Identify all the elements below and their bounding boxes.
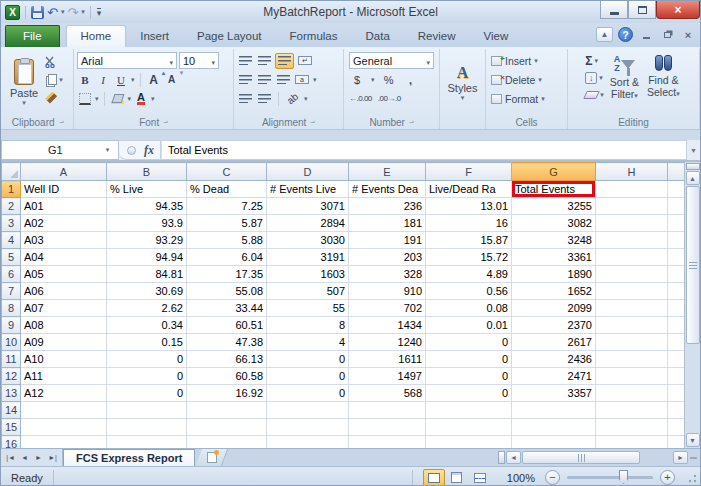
scroll-down-icon[interactable]: ▼ bbox=[686, 433, 700, 447]
cell-D12[interactable]: 0 bbox=[267, 368, 349, 385]
cell-G2[interactable]: 3255 bbox=[512, 198, 596, 215]
cell-D16[interactable] bbox=[267, 436, 349, 449]
cell-F15[interactable] bbox=[426, 419, 512, 436]
cell-A5[interactable]: A04 bbox=[21, 249, 107, 266]
cell-A9[interactable]: A08 bbox=[21, 317, 107, 334]
cell-H9[interactable] bbox=[596, 317, 668, 334]
cell-B16[interactable] bbox=[107, 436, 187, 449]
row-header-2[interactable]: 2 bbox=[2, 198, 21, 215]
excel-logo-icon[interactable]: X bbox=[5, 5, 20, 20]
undo-icon[interactable]: ↶ bbox=[47, 6, 58, 19]
column-header-D[interactable]: D bbox=[267, 163, 349, 181]
column-header-G[interactable]: G bbox=[512, 163, 596, 181]
cell-A10[interactable]: A09 bbox=[21, 334, 107, 351]
cell-G14[interactable] bbox=[512, 402, 596, 419]
cell-F2[interactable]: 13.01 bbox=[426, 198, 512, 215]
cell-G13[interactable]: 3357 bbox=[512, 385, 596, 402]
cell-D15[interactable] bbox=[267, 419, 349, 436]
cell-E1[interactable]: # Events Dea bbox=[349, 181, 426, 198]
tab-home[interactable]: Home bbox=[66, 25, 127, 47]
help-icon[interactable]: ? bbox=[618, 27, 633, 42]
cell-partial-11[interactable] bbox=[668, 351, 685, 368]
column-header-F[interactable]: F bbox=[426, 163, 512, 181]
row-header-10[interactable]: 10 bbox=[2, 334, 21, 351]
font-color-button[interactable]: A bbox=[133, 91, 149, 107]
cell-C10[interactable]: 47.38 bbox=[187, 334, 267, 351]
cell-A11[interactable]: A10 bbox=[21, 351, 107, 368]
delete-cells-button[interactable]: ×Delete▾ bbox=[491, 70, 564, 89]
cell-H15[interactable] bbox=[596, 419, 668, 436]
sheet-tab-active[interactable]: FCS Express Report bbox=[63, 449, 195, 466]
cell-B12[interactable]: 0 bbox=[107, 368, 187, 385]
cell-D7[interactable]: 507 bbox=[267, 283, 349, 300]
align-right-button[interactable] bbox=[275, 72, 291, 88]
cell-C2[interactable]: 7.25 bbox=[187, 198, 267, 215]
cell-F6[interactable]: 4.89 bbox=[426, 266, 512, 283]
cell-F12[interactable]: 0 bbox=[426, 368, 512, 385]
column-header-H[interactable]: H bbox=[596, 163, 668, 181]
cell-G4[interactable]: 3248 bbox=[512, 232, 596, 249]
cell-G8[interactable]: 2099 bbox=[512, 300, 596, 317]
cell-B10[interactable]: 0.15 bbox=[107, 334, 187, 351]
cell-C13[interactable]: 16.92 bbox=[187, 385, 267, 402]
name-box[interactable]: G1 ▾ bbox=[1, 140, 119, 160]
underline-button[interactable]: U bbox=[113, 72, 129, 88]
cell-E9[interactable]: 1434 bbox=[349, 317, 426, 334]
cell-partial-16[interactable] bbox=[668, 436, 685, 449]
horizontal-scroll-thumb[interactable] bbox=[522, 451, 640, 464]
cell-E3[interactable]: 181 bbox=[349, 215, 426, 232]
tab-page-layout[interactable]: Page Layout bbox=[183, 26, 276, 47]
expand-formula-bar-icon[interactable]: ▼ bbox=[687, 140, 700, 160]
tab-file[interactable]: File bbox=[5, 25, 60, 47]
row-header-13[interactable]: 13 bbox=[2, 385, 21, 402]
cell-C8[interactable]: 33.44 bbox=[187, 300, 267, 317]
borders-button[interactable] bbox=[77, 91, 93, 107]
cell-H4[interactable] bbox=[596, 232, 668, 249]
fill-color-button[interactable] bbox=[110, 91, 126, 107]
tab-split-handle[interactable] bbox=[498, 451, 505, 464]
decrease-decimal-button[interactable]: .00→.0 bbox=[378, 94, 401, 103]
cell-E10[interactable]: 1240 bbox=[349, 334, 426, 351]
last-sheet-icon[interactable]: ►| bbox=[46, 454, 59, 461]
cell-partial-6[interactable] bbox=[668, 266, 685, 283]
next-sheet-icon[interactable]: ► bbox=[32, 454, 45, 461]
italic-button[interactable]: I bbox=[95, 72, 111, 88]
comma-button[interactable]: , bbox=[403, 72, 419, 88]
formula-bar-handle[interactable] bbox=[127, 146, 136, 155]
format-cells-button[interactable]: Format▾ bbox=[491, 89, 564, 108]
autosum-button[interactable]: Σ▾ bbox=[585, 53, 604, 68]
horizontal-scrollbar[interactable]: ◄ ► bbox=[506, 449, 700, 466]
cell-G6[interactable]: 1890 bbox=[512, 266, 596, 283]
cell-C3[interactable]: 5.87 bbox=[187, 215, 267, 232]
column-header-A[interactable]: A bbox=[21, 163, 107, 181]
cell-B2[interactable]: 94.35 bbox=[107, 198, 187, 215]
align-bottom-button[interactable] bbox=[275, 53, 294, 69]
cell-G11[interactable]: 2436 bbox=[512, 351, 596, 368]
cell-B9[interactable]: 0.34 bbox=[107, 317, 187, 334]
vertical-scroll-thumb[interactable] bbox=[686, 186, 700, 344]
row-header-6[interactable]: 6 bbox=[2, 266, 21, 283]
cell-D4[interactable]: 3030 bbox=[267, 232, 349, 249]
cell-C9[interactable]: 60.51 bbox=[187, 317, 267, 334]
cell-H5[interactable] bbox=[596, 249, 668, 266]
cell-partial-4[interactable] bbox=[668, 232, 685, 249]
cell-partial-15[interactable] bbox=[668, 419, 685, 436]
format-painter-button[interactable] bbox=[45, 90, 63, 105]
split-handle[interactable] bbox=[690, 457, 697, 459]
cell-G16[interactable] bbox=[512, 436, 596, 449]
row-header-5[interactable]: 5 bbox=[2, 249, 21, 266]
cell-B6[interactable]: 84.81 bbox=[107, 266, 187, 283]
cell-G7[interactable]: 1652 bbox=[512, 283, 596, 300]
row-header-4[interactable]: 4 bbox=[2, 232, 21, 249]
name-box-dropdown-icon[interactable]: ▾ bbox=[101, 146, 114, 154]
cell-F10[interactable]: 0 bbox=[426, 334, 512, 351]
cell-G3[interactable]: 3082 bbox=[512, 215, 596, 232]
cell-B4[interactable]: 93.29 bbox=[107, 232, 187, 249]
cell-partial-5[interactable] bbox=[668, 249, 685, 266]
cell-F13[interactable]: 0 bbox=[426, 385, 512, 402]
cell-F3[interactable]: 16 bbox=[426, 215, 512, 232]
cell-C5[interactable]: 6.04 bbox=[187, 249, 267, 266]
cell-G9[interactable]: 2370 bbox=[512, 317, 596, 334]
align-center-button[interactable] bbox=[256, 72, 272, 88]
first-sheet-icon[interactable]: |◄ bbox=[4, 454, 17, 461]
